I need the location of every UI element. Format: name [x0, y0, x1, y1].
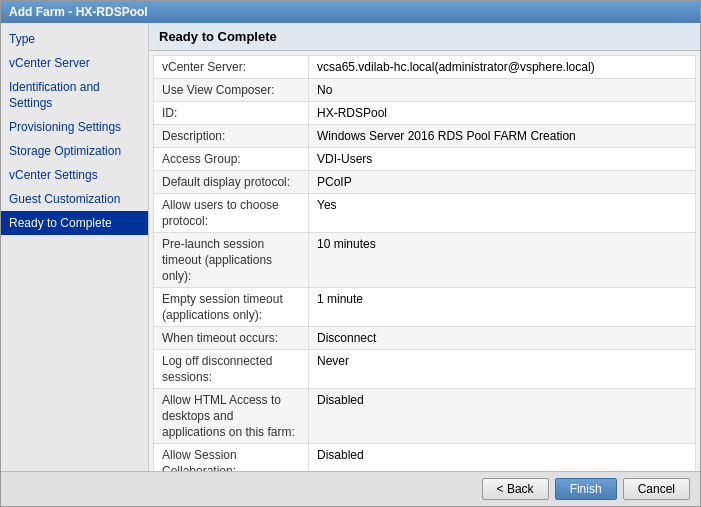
table-row: Allow users to choose protocol:Yes — [154, 194, 696, 233]
table-row: When timeout occurs:Disconnect — [154, 327, 696, 350]
row-label: Allow HTML Access to desktops and applic… — [154, 389, 309, 444]
sidebar-item-vcenter-server[interactable]: vCenter Server — [1, 51, 148, 75]
row-value: Yes — [309, 194, 696, 233]
row-label: ID: — [154, 102, 309, 125]
row-value: 1 minute — [309, 288, 696, 327]
row-label: Log off disconnected sessions: — [154, 350, 309, 389]
table-row: Description:Windows Server 2016 RDS Pool… — [154, 125, 696, 148]
row-label: Allow Session Collaboration: — [154, 444, 309, 472]
table-row: Use View Composer:No — [154, 79, 696, 102]
row-label: Allow users to choose protocol: — [154, 194, 309, 233]
row-value: No — [309, 79, 696, 102]
content-area: TypevCenter ServerIdentification and Set… — [1, 23, 700, 471]
row-value: HX-RDSPool — [309, 102, 696, 125]
table-row: Default display protocol:PCoIP — [154, 171, 696, 194]
main-header: Ready to Complete — [149, 23, 700, 51]
table-container[interactable]: vCenter Server:vcsa65.vdilab-hc.local(ad… — [149, 51, 700, 471]
footer: < Back Finish Cancel — [1, 471, 700, 506]
row-value: VDI-Users — [309, 148, 696, 171]
table-row: Access Group:VDI-Users — [154, 148, 696, 171]
table-row: Empty session timeout (applications only… — [154, 288, 696, 327]
row-value: PCoIP — [309, 171, 696, 194]
row-value: vcsa65.vdilab-hc.local(administrator@vsp… — [309, 56, 696, 79]
row-label: Pre-launch session timeout (applications… — [154, 233, 309, 288]
row-label: Use View Composer: — [154, 79, 309, 102]
row-label: Description: — [154, 125, 309, 148]
title-bar: Add Farm - HX-RDSPool — [1, 1, 700, 23]
back-button[interactable]: < Back — [482, 478, 549, 500]
sidebar-item-vcenter-settings[interactable]: vCenter Settings — [1, 163, 148, 187]
row-value: 10 minutes — [309, 233, 696, 288]
sidebar-item-guest[interactable]: Guest Customization — [1, 187, 148, 211]
row-value: Windows Server 2016 RDS Pool FARM Creati… — [309, 125, 696, 148]
row-label: Access Group: — [154, 148, 309, 171]
sidebar-item-ready[interactable]: Ready to Complete — [1, 211, 148, 235]
sidebar: TypevCenter ServerIdentification and Set… — [1, 23, 149, 471]
cancel-button[interactable]: Cancel — [623, 478, 690, 500]
row-value: Never — [309, 350, 696, 389]
table-row: Log off disconnected sessions:Never — [154, 350, 696, 389]
table-row: Allow Session Collaboration:Disabled — [154, 444, 696, 472]
row-label: Empty session timeout (applications only… — [154, 288, 309, 327]
row-value: Disabled — [309, 444, 696, 472]
row-label: When timeout occurs: — [154, 327, 309, 350]
title-text: Add Farm - HX-RDSPool — [9, 5, 148, 19]
sidebar-item-type[interactable]: Type — [1, 27, 148, 51]
row-label: Default display protocol: — [154, 171, 309, 194]
row-label: vCenter Server: — [154, 56, 309, 79]
table-row: Pre-launch session timeout (applications… — [154, 233, 696, 288]
finish-button[interactable]: Finish — [555, 478, 617, 500]
row-value: Disconnect — [309, 327, 696, 350]
sidebar-item-provisioning[interactable]: Provisioning Settings — [1, 115, 148, 139]
row-value: Disabled — [309, 389, 696, 444]
dialog: Add Farm - HX-RDSPool TypevCenter Server… — [0, 0, 701, 507]
sidebar-item-identification[interactable]: Identification and Settings — [1, 75, 148, 115]
table-row: ID:HX-RDSPool — [154, 102, 696, 125]
settings-table: vCenter Server:vcsa65.vdilab-hc.local(ad… — [153, 55, 696, 471]
main-panel: Ready to Complete vCenter Server:vcsa65.… — [149, 23, 700, 471]
table-row: vCenter Server:vcsa65.vdilab-hc.local(ad… — [154, 56, 696, 79]
sidebar-item-storage[interactable]: Storage Optimization — [1, 139, 148, 163]
table-row: Allow HTML Access to desktops and applic… — [154, 389, 696, 444]
